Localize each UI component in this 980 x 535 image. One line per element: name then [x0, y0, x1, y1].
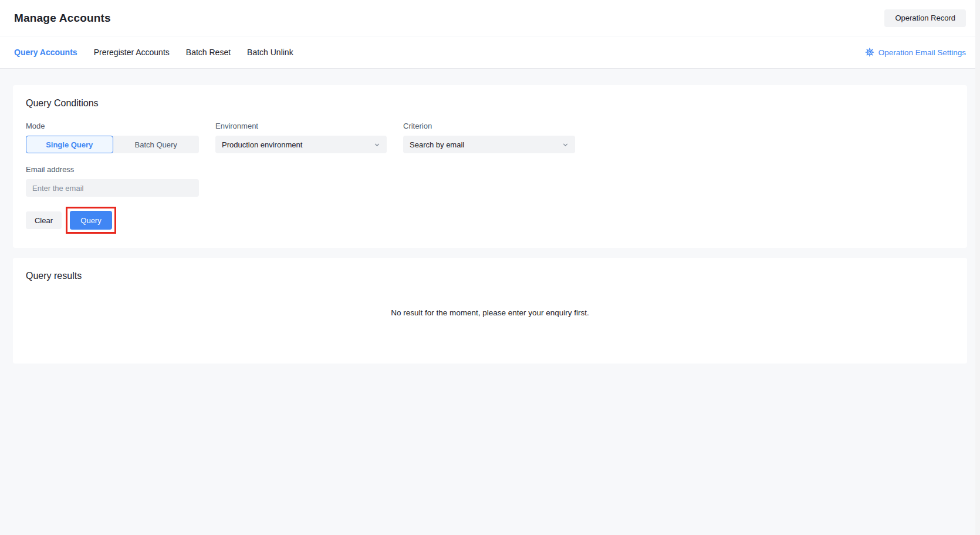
annotation-highlight-box: Query: [66, 207, 116, 234]
mode-label: Mode: [26, 122, 199, 130]
clear-button[interactable]: Clear: [26, 211, 62, 229]
tab-preregister-accounts[interactable]: Preregister Accounts: [94, 48, 170, 57]
page-title: Manage Accounts: [14, 12, 111, 25]
single-query-segment[interactable]: Single Query: [26, 136, 113, 153]
criterion-select-value: Search by email: [410, 140, 464, 149]
email-field: Email address: [26, 165, 954, 197]
main-content: Query Conditions Mode Single Query Batch…: [0, 69, 980, 364]
environment-select[interactable]: Production environment: [215, 136, 387, 153]
batch-query-segment[interactable]: Batch Query: [113, 136, 200, 153]
chevron-down-icon: [374, 142, 380, 148]
tab-bar: Query Accounts Preregister Accounts Batc…: [0, 36, 980, 69]
query-conditions-card: Query Conditions Mode Single Query Batch…: [13, 85, 967, 248]
scrollbar[interactable]: [975, 0, 980, 535]
criterion-label: Criterion: [403, 122, 575, 130]
query-conditions-title: Query Conditions: [26, 98, 954, 109]
environment-label: Environment: [215, 122, 387, 130]
tab-batch-reset[interactable]: Batch Reset: [186, 48, 231, 57]
query-results-title: Query results: [26, 271, 954, 281]
mode-field: Mode Single Query Batch Query: [26, 122, 199, 153]
query-button[interactable]: Query: [70, 211, 112, 230]
tabs: Query Accounts Preregister Accounts Batc…: [14, 48, 293, 57]
criterion-field: Criterion Search by email: [403, 122, 575, 153]
operation-email-settings-link[interactable]: Operation Email Settings: [865, 48, 966, 57]
tab-batch-unlink[interactable]: Batch Unlink: [247, 48, 293, 57]
header: Manage Accounts Operation Record: [0, 0, 980, 36]
query-results-card: Query results No result for the moment, …: [13, 258, 967, 364]
gear-icon: [865, 48, 874, 57]
operation-email-settings-label: Operation Email Settings: [878, 48, 966, 57]
email-input[interactable]: [26, 179, 199, 197]
tab-query-accounts[interactable]: Query Accounts: [14, 48, 77, 57]
environment-field: Environment Production environment: [215, 122, 387, 153]
email-label: Email address: [26, 165, 954, 174]
criterion-select[interactable]: Search by email: [403, 136, 575, 153]
mode-segmented-control: Single Query Batch Query: [26, 136, 199, 153]
environment-select-value: Production environment: [222, 140, 302, 149]
chevron-down-icon: [562, 142, 569, 148]
operation-record-button[interactable]: Operation Record: [884, 9, 966, 27]
actions-row: Clear Query: [26, 207, 954, 234]
query-conditions-row-1: Mode Single Query Batch Query Environmen…: [26, 122, 954, 153]
empty-state-message: No result for the moment, please enter y…: [26, 308, 954, 317]
